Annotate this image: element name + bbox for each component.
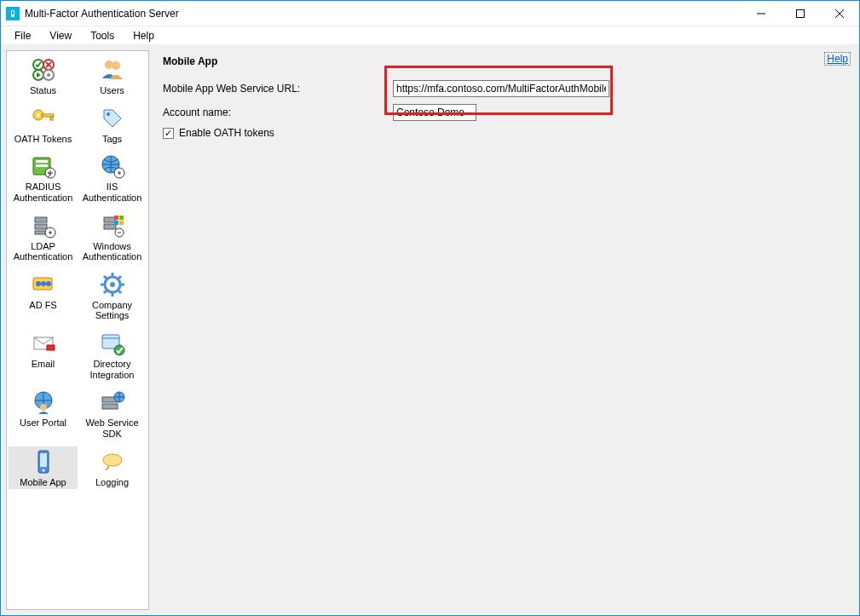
sidebar: Status Users OATH Tokens xyxy=(6,50,149,610)
maximize-button[interactable] xyxy=(781,1,820,26)
minimize-icon xyxy=(757,9,765,18)
svg-point-54 xyxy=(40,404,47,411)
sidebar-item-logging[interactable]: Logging xyxy=(78,446,147,490)
enable-oath-checkbox[interactable] xyxy=(163,128,174,139)
svg-rect-32 xyxy=(114,221,118,225)
svg-line-46 xyxy=(118,291,121,293)
svg-rect-56 xyxy=(102,404,118,409)
status-icon xyxy=(30,56,57,83)
gear-icon xyxy=(99,271,126,298)
page-title: Mobile App xyxy=(163,55,847,67)
menu-file[interactable]: File xyxy=(6,28,39,43)
email-icon xyxy=(30,330,57,357)
svg-rect-25 xyxy=(35,224,47,229)
titlebar: Multi-Factor Authentication Server xyxy=(1,1,859,26)
svg-point-12 xyxy=(112,61,120,70)
sidebar-item-iis-auth[interactable]: IIS Authentication xyxy=(78,151,147,204)
adfs-icon xyxy=(30,271,57,298)
svg-point-17 xyxy=(107,112,110,116)
body: Status Users OATH Tokens xyxy=(1,45,859,615)
svg-point-37 xyxy=(41,281,46,286)
svg-point-52 xyxy=(114,345,124,355)
web-service-url-input[interactable] xyxy=(393,80,609,97)
sidebar-item-label: Web Service SDK xyxy=(78,417,147,439)
svg-point-36 xyxy=(36,281,41,286)
svg-rect-29 xyxy=(104,224,116,229)
content-panel: Help Mobile App Mobile App Web Service U… xyxy=(156,50,854,610)
svg-rect-20 xyxy=(36,164,48,167)
enable-oath-label: Enable OATH tokens xyxy=(179,127,274,139)
svg-rect-31 xyxy=(119,216,124,220)
menu-help[interactable]: Help xyxy=(124,28,163,43)
sidebar-item-label: IIS Authentication xyxy=(78,181,147,203)
sidebar-item-label: RADIUS Authentication xyxy=(9,181,78,203)
svg-point-40 xyxy=(110,282,115,287)
sdk-icon xyxy=(99,389,126,416)
ldap-icon xyxy=(30,212,57,239)
app-window: Multi-Factor Authentication Server File … xyxy=(0,0,860,616)
sidebar-item-mobile-app[interactable]: Mobile App xyxy=(9,446,78,490)
svg-line-48 xyxy=(104,291,107,293)
svg-point-10 xyxy=(47,73,50,77)
radius-icon xyxy=(30,153,57,180)
sidebar-item-label: Logging xyxy=(95,477,129,488)
svg-rect-33 xyxy=(119,221,124,225)
svg-rect-16 xyxy=(50,117,53,120)
svg-rect-28 xyxy=(104,217,116,222)
sidebar-item-label: LDAP Authentication xyxy=(9,241,78,262)
users-icon xyxy=(99,56,126,83)
sidebar-item-label: OATH Tokens xyxy=(14,134,72,145)
iis-icon xyxy=(99,153,126,180)
sidebar-item-label: Email xyxy=(32,359,55,370)
key-icon xyxy=(30,105,57,132)
minimize-button[interactable] xyxy=(742,1,781,26)
mobile-icon xyxy=(30,448,57,475)
sidebar-item-windows-auth[interactable]: Windows Authentication xyxy=(78,210,147,264)
sidebar-item-status[interactable]: Status xyxy=(9,55,78,98)
sidebar-item-oath-tokens[interactable]: OATH Tokens xyxy=(9,103,78,147)
svg-point-14 xyxy=(37,113,40,117)
svg-rect-3 xyxy=(797,9,805,17)
sidebar-item-radius-auth[interactable]: RADIUS Authentication xyxy=(9,151,78,204)
maximize-icon xyxy=(796,9,805,18)
sidebar-item-label: Directory Integration xyxy=(78,359,147,380)
sidebar-item-user-portal[interactable]: User Portal xyxy=(9,387,78,440)
sidebar-item-label: AD FS xyxy=(29,300,56,311)
sidebar-item-directory-integration[interactable]: Directory Integration xyxy=(78,328,147,382)
svg-rect-50 xyxy=(47,345,55,350)
close-icon xyxy=(835,9,844,18)
sidebar-item-label: Status xyxy=(30,85,56,96)
svg-line-47 xyxy=(118,276,121,279)
sidebar-item-label: Mobile App xyxy=(20,477,66,488)
menubar: File View Tools Help xyxy=(1,26,859,45)
sidebar-item-ldap-auth[interactable]: LDAP Authentication xyxy=(9,210,78,264)
sidebar-item-adfs[interactable]: AD FS xyxy=(9,269,78,323)
directory-icon xyxy=(99,330,126,357)
svg-rect-30 xyxy=(114,216,118,220)
svg-rect-1 xyxy=(12,11,14,14)
sidebar-item-web-service-sdk[interactable]: Web Service SDK xyxy=(78,387,147,440)
account-name-label: Account name: xyxy=(163,107,393,118)
tags-icon xyxy=(99,105,126,132)
svg-line-45 xyxy=(104,276,107,279)
sidebar-item-users[interactable]: Users xyxy=(78,55,147,98)
svg-rect-19 xyxy=(36,160,48,163)
url-label: Mobile App Web Service URL: xyxy=(163,83,393,95)
menu-view[interactable]: View xyxy=(41,28,80,43)
close-button[interactable] xyxy=(820,1,859,26)
help-link[interactable]: Help xyxy=(824,52,851,66)
sidebar-item-label: Company Settings xyxy=(78,300,147,321)
sidebar-item-label: Users xyxy=(100,85,124,96)
sidebar-item-company-settings[interactable]: Company Settings xyxy=(78,269,147,323)
svg-rect-59 xyxy=(40,453,47,467)
windows-auth-icon xyxy=(99,212,126,239)
svg-point-38 xyxy=(46,281,51,286)
menu-tools[interactable]: Tools xyxy=(82,28,123,43)
app-icon xyxy=(6,7,20,20)
sidebar-item-email[interactable]: Email xyxy=(9,328,78,382)
user-portal-icon xyxy=(30,389,57,416)
sidebar-item-label: Windows Authentication xyxy=(78,241,147,262)
sidebar-item-tags[interactable]: Tags xyxy=(78,103,147,147)
svg-point-60 xyxy=(42,469,44,471)
account-name-input[interactable] xyxy=(393,104,476,121)
